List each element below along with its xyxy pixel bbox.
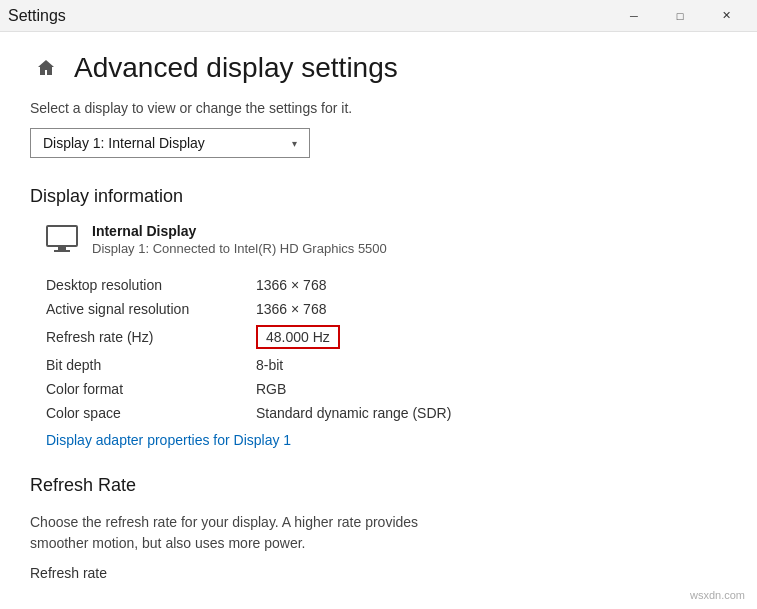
info-value-signal-res: 1366 × 768: [256, 301, 326, 317]
display-subtitle-text: Display 1: Connected to Intel(R) HD Grap…: [92, 241, 387, 256]
display-name: Internal Display: [92, 223, 387, 239]
title-bar-left: Settings: [8, 7, 66, 25]
home-button[interactable]: [30, 52, 62, 84]
info-label-signal-res: Active signal resolution: [46, 301, 256, 317]
content-area: Advanced display settings Select a displ…: [0, 32, 757, 609]
monitor-icon: [46, 225, 78, 257]
display-info-heading: Display information: [30, 186, 727, 207]
display-dropdown-container: Display 1: Internal Display ▾: [30, 128, 727, 158]
minimize-button[interactable]: ─: [611, 0, 657, 32]
display-icon-row: Internal Display Display 1: Connected to…: [30, 223, 727, 257]
refresh-rate-label: Refresh rate: [30, 565, 107, 581]
display-info-section: Display information Internal Display Dis…: [30, 186, 727, 455]
svg-rect-2: [54, 250, 70, 252]
table-row: Active signal resolution 1366 × 768: [46, 297, 727, 321]
maximize-button[interactable]: □: [657, 0, 703, 32]
info-label-bit-depth: Bit depth: [46, 357, 256, 373]
info-label-color-format: Color format: [46, 381, 256, 397]
page-title: Advanced display settings: [74, 52, 398, 84]
home-icon: [36, 58, 56, 78]
dropdown-value: Display 1: Internal Display: [43, 135, 205, 151]
info-table: Desktop resolution 1366 × 768 Active sig…: [30, 273, 727, 425]
table-row: Bit depth 8-bit: [46, 353, 727, 377]
display-dropdown[interactable]: Display 1: Internal Display ▾: [30, 128, 310, 158]
dropdown-arrow-icon: ▾: [292, 138, 297, 149]
svg-rect-1: [58, 246, 66, 250]
info-label-desktop-res: Desktop resolution: [46, 277, 256, 293]
refresh-description: Choose the refresh rate for your display…: [30, 512, 450, 554]
title-bar-title: Settings: [8, 7, 66, 25]
title-bar-controls: ─ □ ✕: [611, 0, 749, 32]
info-label-color-space: Color space: [46, 405, 256, 421]
info-value-bit-depth: 8-bit: [256, 357, 283, 373]
info-value-color-space: Standard dynamic range (SDR): [256, 405, 451, 421]
info-label-refresh-rate: Refresh rate (Hz): [46, 329, 256, 345]
svg-rect-0: [47, 226, 77, 246]
info-value-color-format: RGB: [256, 381, 286, 397]
adapter-link[interactable]: Display adapter properties for Display 1: [46, 432, 291, 448]
table-row: Desktop resolution 1366 × 768: [46, 273, 727, 297]
close-button[interactable]: ✕: [703, 0, 749, 32]
table-row: Refresh rate (Hz) 48.000 Hz: [46, 321, 727, 353]
refresh-rate-section: Refresh Rate Choose the refresh rate for…: [30, 475, 727, 582]
title-bar: Settings ─ □ ✕: [0, 0, 757, 32]
table-row: Color format RGB: [46, 377, 727, 401]
table-row: Color space Standard dynamic range (SDR): [46, 401, 727, 425]
page-header: Advanced display settings: [30, 52, 727, 84]
info-value-desktop-res: 1366 × 768: [256, 277, 326, 293]
refresh-section-heading: Refresh Rate: [30, 475, 727, 496]
page-subtitle: Select a display to view or change the s…: [30, 100, 727, 116]
watermark: wsxdn.com: [690, 589, 745, 601]
adapter-link-row: Display adapter properties for Display 1: [30, 425, 727, 455]
display-name-group: Internal Display Display 1: Connected to…: [92, 223, 387, 256]
info-value-refresh-rate: 48.000 Hz: [256, 325, 340, 349]
